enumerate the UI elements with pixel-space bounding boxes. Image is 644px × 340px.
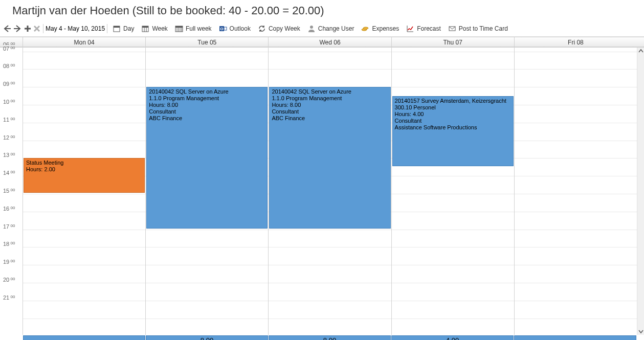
footer-totals-row: 8.008.004.00	[0, 335, 644, 340]
copy-week-button[interactable]: Copy Week	[255, 23, 303, 34]
post-timecard-button[interactable]: Post to Time Card	[445, 23, 511, 34]
day-view-label: Day	[123, 25, 134, 32]
svg-rect-1	[114, 26, 120, 28]
calendar-week-icon	[141, 25, 149, 33]
day-total-cell	[514, 335, 636, 340]
week-view-button[interactable]: Week	[138, 23, 170, 34]
calendar-day-icon	[113, 25, 121, 33]
svg-rect-3	[142, 26, 148, 28]
time-label: 20 00	[0, 277, 23, 294]
time-label: 16 00	[0, 206, 23, 223]
svg-rect-7	[175, 26, 183, 28]
scroll-down-icon[interactable]	[637, 328, 645, 335]
day-header[interactable]: Fri 08	[515, 37, 637, 47]
calendar-event[interactable]: 20140042 SQL Server on Azure1.1.0 Progra…	[146, 87, 268, 228]
previous-arrow-icon[interactable]	[3, 25, 11, 33]
day-header[interactable]: Wed 06	[269, 37, 391, 47]
page-title: Martijn van der Hoeden (Still to be book…	[0, 0, 644, 20]
week-view-label: Week	[152, 25, 167, 32]
forecast-label: Forecast	[417, 25, 441, 32]
day-total-cell	[23, 335, 145, 340]
expenses-label: Expenses	[372, 25, 399, 32]
calendar-body: 06 0007 0008 0009 0010 0011 0012 0013 00…	[0, 47, 644, 335]
svg-text:O: O	[220, 27, 223, 31]
outlook-button[interactable]: O Outlook	[216, 23, 254, 34]
time-label: 13 00	[0, 152, 23, 170]
calendar-fullweek-icon	[175, 25, 183, 33]
time-label: 09 00	[0, 81, 23, 99]
day-column[interactable]: 20140042 SQL Server on Azure1.1.0 Progra…	[269, 48, 391, 335]
svg-point-17	[363, 27, 368, 29]
day-column[interactable]: 20140157 Survey Amsterdam, Keizersgracht…	[392, 48, 515, 335]
change-user-button[interactable]: Change User	[304, 23, 358, 34]
coins-icon	[361, 25, 369, 33]
day-view-button[interactable]: Day	[109, 23, 137, 34]
day-total-cell: 8.00	[269, 335, 391, 340]
post-timecard-label: Post to Time Card	[459, 25, 508, 32]
outlook-label: Outlook	[230, 25, 251, 32]
user-icon	[307, 25, 316, 33]
expenses-button[interactable]: Expenses	[358, 23, 402, 34]
copy-week-label: Copy Week	[269, 25, 300, 32]
time-label: 15 00	[0, 188, 23, 206]
toolbar: May 4 - May 10, 2015 Day Week Full week …	[0, 20, 644, 37]
days-grid[interactable]: Status MeetingHours: 2.0020140042 SQL Se…	[23, 48, 637, 335]
outlook-icon: O	[219, 25, 227, 33]
day-column[interactable]: 20140042 SQL Server on Azure1.1.0 Progra…	[146, 48, 269, 335]
time-label: 21 00	[0, 294, 23, 312]
day-header[interactable]: Thu 07	[392, 37, 515, 47]
vertical-scrollbar[interactable]	[637, 48, 644, 335]
day-column[interactable]	[515, 48, 637, 335]
day-column[interactable]: Status MeetingHours: 2.00	[23, 48, 146, 335]
day-header[interactable]: Tue 05	[146, 37, 269, 47]
add-icon[interactable]	[24, 25, 32, 33]
calendar-event[interactable]: Status MeetingHours: 2.00	[24, 158, 145, 193]
time-label: 14 00	[0, 170, 23, 188]
refresh-icon	[258, 25, 266, 33]
calendar-event[interactable]: 20140157 Survey Amsterdam, Keizersgracht…	[392, 96, 514, 166]
svg-point-15	[310, 26, 313, 29]
day-header[interactable]: Mon 04	[23, 37, 146, 47]
change-user-label: Change User	[318, 25, 354, 32]
time-label: 06 00	[0, 41, 23, 46]
time-label: 17 00	[0, 223, 23, 241]
day-headers-row: Mon 04Tue 05Wed 06Thu 07Fri 08	[0, 37, 644, 47]
time-label: 07 00	[0, 46, 23, 63]
day-total-cell: 8.00	[146, 335, 268, 340]
svg-rect-14	[224, 27, 227, 30]
time-gutter: 06 0007 0008 0009 0010 0011 0012 0013 00…	[0, 48, 23, 335]
time-label: 11 00	[0, 117, 23, 134]
forecast-button[interactable]: Forecast	[403, 23, 444, 34]
chart-icon	[406, 25, 414, 33]
full-week-view-button[interactable]: Full week	[172, 23, 215, 34]
time-label: 10 00	[0, 99, 23, 117]
mail-icon	[448, 25, 456, 33]
day-total-cell: 4.00	[391, 335, 514, 340]
full-week-view-label: Full week	[186, 25, 212, 32]
date-range-label: May 4 - May 10, 2015	[43, 24, 107, 33]
calendar-event[interactable]: 20140042 SQL Server on Azure1.1.0 Progra…	[269, 87, 390, 228]
scroll-up-icon[interactable]	[637, 48, 645, 55]
next-arrow-icon[interactable]	[13, 25, 21, 33]
time-label: 08 00	[0, 63, 23, 81]
time-label: 12 00	[0, 134, 23, 152]
delete-icon	[33, 25, 41, 33]
time-label: 18 00	[0, 241, 23, 259]
time-label: 19 00	[0, 259, 23, 277]
